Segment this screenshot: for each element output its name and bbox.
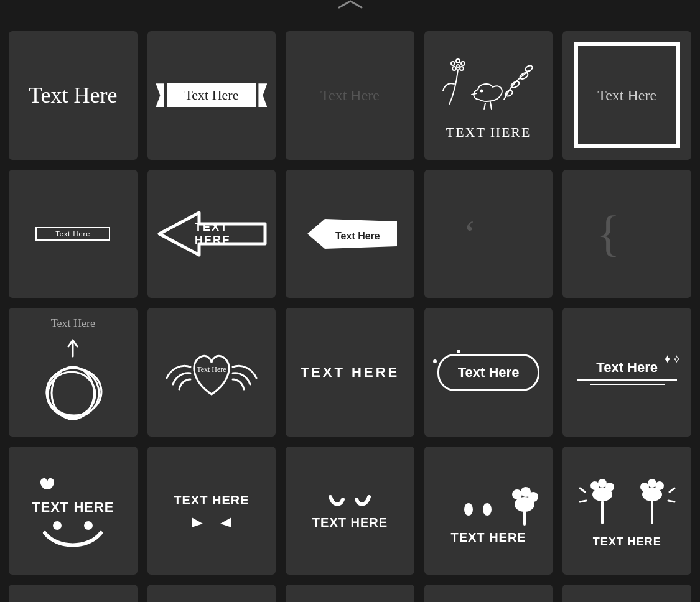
svg-point-7	[510, 80, 520, 89]
template-label: TEXT HERE	[593, 535, 661, 549]
template-label: Text Here	[320, 87, 380, 104]
template-smiley[interactable]: TEXT HERE	[9, 447, 138, 575]
template-pill-border[interactable]: Text Here	[424, 308, 553, 437]
svg-point-10	[505, 90, 513, 98]
template-peek[interactable]	[147, 585, 276, 602]
collapse-handle[interactable]	[0, 0, 700, 12]
svg-point-18	[465, 504, 472, 514]
svg-point-27	[592, 488, 612, 501]
smile-icon	[26, 519, 119, 550]
template-label: TEXT HERE	[450, 530, 526, 545]
underline-shape-2	[590, 384, 665, 385]
template-label: Text Here	[335, 231, 380, 242]
svg-point-3	[452, 67, 456, 70]
svg-point-4	[460, 67, 464, 70]
closed-eyes-icon	[322, 492, 378, 511]
template-bird-flowers[interactable]: TEXT HERE	[424, 31, 553, 160]
text-templates-panel: Text Here Text Here Text Here	[0, 0, 700, 602]
svg-point-31	[642, 488, 662, 501]
template-label: Text Here	[458, 364, 520, 380]
template-chunky-caps[interactable]: TEXT HERE	[286, 308, 414, 437]
template-label: TEXT HERE	[195, 221, 249, 247]
svg-point-19	[484, 504, 490, 514]
template-label: TEXT HERE	[32, 499, 114, 516]
svg-point-6	[481, 90, 483, 92]
pill-border-shape: Text Here	[437, 354, 540, 391]
heart-small-icon	[26, 471, 119, 496]
template-label: Text Here	[197, 365, 226, 374]
template-ribbon-banner[interactable]: Text Here	[147, 31, 276, 160]
thin-bar-shape: Text Here	[35, 227, 110, 241]
template-ghost-serif[interactable]: Text Here	[286, 31, 414, 160]
template-label: Text Here	[597, 87, 656, 104]
template-quote-mark[interactable]: ‘	[424, 170, 553, 299]
template-fists[interactable]: TEXT HERE	[562, 447, 691, 575]
paw-dots-icon	[439, 477, 538, 527]
underline-shape	[577, 379, 677, 381]
svg-point-8	[519, 72, 529, 80]
chevron-up-icon	[337, 0, 364, 9]
scribble-circle-icon	[26, 334, 119, 427]
svg-point-23	[515, 497, 534, 512]
template-label: TEXT HERE	[174, 493, 249, 507]
template-heart-wings[interactable]: Text Here	[147, 308, 276, 437]
svg-point-25	[598, 479, 607, 488]
ribbon-banner-shape: Text Here	[167, 83, 256, 107]
template-label: Text Here	[577, 359, 677, 376]
template-grid-scroll[interactable]: Text Here Text Here Text Here	[0, 12, 700, 602]
template-label: Text Here	[184, 87, 238, 103]
svg-point-1	[451, 62, 455, 65]
template-peek[interactable]	[286, 585, 414, 602]
template-label: TEXT HERE	[446, 124, 531, 141]
template-serif-plain[interactable]: Text Here	[9, 31, 138, 160]
svg-point-17	[86, 523, 91, 528]
template-label: TEXT HERE	[301, 364, 399, 381]
svg-point-2	[461, 62, 465, 65]
svg-point-9	[525, 65, 533, 73]
template-thin-bar[interactable]: Text Here	[9, 170, 138, 299]
template-brace-mark[interactable]: {	[562, 170, 691, 299]
template-arrow-left[interactable]: TEXT HERE	[147, 170, 276, 299]
template-label: Text Here	[51, 317, 95, 330]
template-eyes-above[interactable]: TEXT HERE	[286, 447, 414, 575]
template-underline-spark[interactable]: Text Here ✦✧	[562, 308, 691, 437]
look-eyes-icon	[187, 514, 236, 529]
template-label: Text Here	[55, 230, 90, 238]
template-tag-right[interactable]: Text Here	[286, 170, 414, 299]
template-label: Text Here	[29, 82, 117, 108]
svg-point-29	[648, 479, 656, 488]
svg-point-16	[55, 523, 60, 528]
template-eyes-below[interactable]: TEXT HERE	[147, 447, 276, 575]
template-square-frame[interactable]: Text Here	[562, 31, 691, 160]
svg-point-15	[52, 367, 94, 419]
fists-up-icon	[571, 473, 683, 529]
square-frame-shape: Text Here	[574, 42, 680, 148]
svg-point-0	[456, 59, 460, 63]
svg-point-5	[457, 65, 459, 67]
template-peek[interactable]	[424, 585, 553, 602]
bird-flowers-icon	[436, 50, 541, 118]
template-peek[interactable]	[9, 585, 138, 602]
template-peek[interactable]	[562, 585, 691, 602]
template-scribble-circle[interactable]: Text Here	[9, 308, 138, 437]
template-label: TEXT HERE	[312, 516, 388, 530]
template-grid: Text Here Text Here Text Here	[9, 31, 691, 602]
brace-glyph-icon: {	[596, 205, 620, 262]
template-paw-side[interactable]: TEXT HERE	[424, 447, 553, 575]
quote-glyph-icon: ‘	[464, 212, 476, 255]
sparkle-icon: ✦✧	[663, 353, 681, 366]
